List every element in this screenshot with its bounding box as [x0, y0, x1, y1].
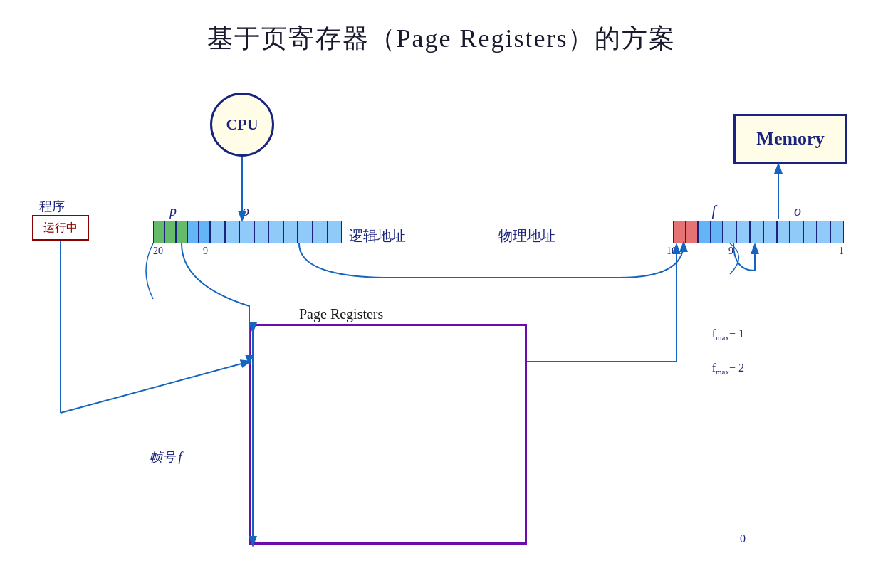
physical-address-bar: [673, 221, 844, 243]
physical-o-cell-9: [830, 221, 844, 243]
label-p: p: [169, 203, 177, 219]
logical-cell-g2: [164, 221, 176, 243]
memory-box: Memory: [733, 114, 847, 164]
logical-cell-g1: [153, 221, 164, 243]
num-9-logical: 9: [203, 246, 208, 257]
physical-cell-b2: [711, 221, 723, 243]
label-o-physical: o: [794, 203, 801, 219]
logical-cell-b1: [187, 221, 199, 243]
page-title: 基于页寄存器（Page Registers）的方案: [0, 0, 883, 56]
zero-label: 0: [740, 532, 746, 545]
num-1-physical: 1: [839, 246, 844, 257]
physical-o-cell-4: [763, 221, 777, 243]
physical-o-cell-7: [803, 221, 817, 243]
logical-bar-p: [153, 221, 210, 243]
label-f: f: [711, 203, 716, 219]
fmax-label-2: fmax− 2: [712, 362, 744, 376]
physical-o-cell-6: [790, 221, 803, 243]
physical-o-cell-5: [777, 221, 790, 243]
fmax-label-1: fmax− 1: [712, 327, 744, 342]
physical-o-cell-1: [723, 221, 736, 243]
num-20: 20: [153, 246, 163, 257]
physical-o-cell-2: [736, 221, 750, 243]
running-box: 运行中: [32, 215, 89, 241]
physical-cell-r2: [686, 221, 699, 243]
logical-o-cell-8: [313, 221, 328, 243]
label-o-logical: o: [242, 203, 249, 219]
logical-bar-o: [210, 221, 342, 243]
program-label: 程序: [39, 198, 65, 215]
num-16: 16: [667, 246, 676, 257]
logical-o-cell-4: [254, 221, 269, 243]
logical-o-cell-1: [210, 221, 225, 243]
cpu-circle: CPU: [210, 93, 274, 157]
memory-label: Memory: [756, 128, 824, 149]
physical-o-cell-8: [817, 221, 830, 243]
svg-line-3: [61, 362, 249, 413]
logical-cell-g3: [176, 221, 187, 243]
frame-label: 帧号 f: [150, 448, 182, 466]
logical-address-label: 逻辑地址: [349, 226, 406, 246]
logical-address-bar: [153, 221, 342, 243]
physical-bar-f: [673, 221, 723, 243]
num-9-physical: 9: [728, 246, 733, 257]
physical-cell-b1: [698, 221, 711, 243]
physical-bar-o: [723, 221, 844, 243]
physical-address-label: 物理地址: [498, 226, 555, 246]
logical-o-cell-6: [283, 221, 298, 243]
logical-cell-b2: [199, 221, 210, 243]
page-registers-label: Page Registers: [299, 306, 383, 322]
logical-o-cell-3: [239, 221, 254, 243]
logical-o-cell-9: [328, 221, 343, 243]
logical-o-cell-5: [268, 221, 283, 243]
physical-cell-r1: [673, 221, 686, 243]
page-table-container: 0 1 0 页号 P: [249, 324, 527, 545]
logical-o-cell-7: [298, 221, 313, 243]
logical-o-cell-2: [225, 221, 240, 243]
cpu-label: CPU: [226, 115, 258, 134]
physical-o-cell-3: [750, 221, 763, 243]
